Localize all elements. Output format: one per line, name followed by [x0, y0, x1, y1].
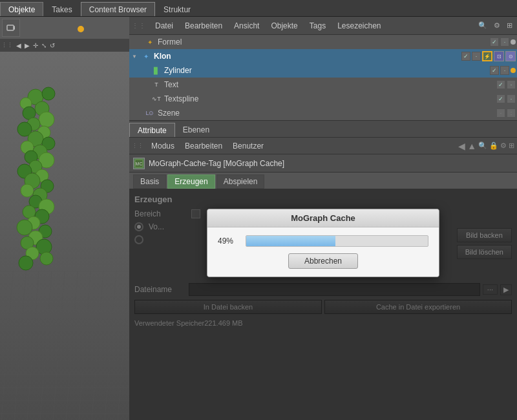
progress-bar-track	[246, 235, 428, 247]
attr-menu-modus[interactable]: Modus	[146, 139, 180, 153]
attr-settings-icon[interactable]: ⚙	[500, 142, 507, 150]
tab-takes[interactable]: Takes	[43, 2, 80, 16]
search-attr-icon[interactable]: 🔍	[478, 142, 487, 150]
progress-overlay: MoGraph Cache 49% Abbrechen	[129, 189, 517, 420]
expand-icon[interactable]: ⊞	[505, 21, 514, 30]
content-area: Erzeugen Bereich Vo...	[129, 189, 517, 420]
menu-datei[interactable]: Datei	[150, 19, 178, 33]
text-obj-icon: T	[151, 79, 162, 90]
formel-dot	[511, 39, 516, 45]
zyl-dot	[511, 68, 516, 73]
szene-check1[interactable]: ·	[496, 109, 505, 118]
tab-ebenen[interactable]: Ebenen	[175, 123, 217, 137]
object-row-szene[interactable]: L⊙ Szene · :	[129, 106, 517, 120]
right-panel: ⋮⋮ Datei Bearbeiten Ansicht Objekte Tags…	[129, 17, 517, 420]
viewport-toolbar: ⋮⋮ ◀ ▶ ✛ ⤡ ↺	[0, 39, 129, 52]
svg-text:MC: MC	[136, 162, 143, 166]
search-icon[interactable]: 🔍	[476, 21, 489, 30]
tag3-icon[interactable]: ⊙	[505, 51, 516, 61]
szene-label: Szene	[158, 109, 180, 118]
top-tab-bar: Objekte Takes Content Browser Struktur	[0, 0, 517, 17]
zylinder-icon: ▊	[151, 65, 162, 76]
formel-icon: ✦	[145, 37, 155, 47]
formel-check1[interactable]: ✓	[490, 37, 499, 47]
textspline-icon: ∿T	[151, 94, 162, 104]
arrow-right-icon[interactable]: ▲	[467, 141, 476, 151]
object-row-text[interactable]: T Text ✓ ·	[129, 78, 517, 92]
klon-check1[interactable]: ✓	[461, 52, 470, 61]
menu-tags[interactable]: Tags	[304, 19, 331, 33]
progress-title: MoGraph Cache	[207, 209, 439, 227]
object-row-zylinder[interactable]: ▊ Zylinder ✓ ·	[129, 63, 517, 78]
tab-content-browser[interactable]: Content Browser	[81, 2, 155, 16]
zyl-check2[interactable]: ·	[500, 66, 509, 75]
text-check1[interactable]: ✓	[496, 80, 505, 89]
sub-tab-basis[interactable]: Basis	[133, 174, 166, 189]
text-checkboxes: ✓ ·	[496, 80, 517, 89]
object-row-formel[interactable]: ✦ Formel ✓ ·	[129, 35, 517, 49]
textspline-label: Textspline	[164, 94, 198, 103]
progress-cancel-row: Abbrechen	[218, 253, 428, 269]
svg-point-46	[21, 184, 34, 197]
ts-check1[interactable]: ✓	[496, 94, 505, 103]
attr-title-text: MoGraph-Cache-Tag [MoGraph Cache]	[149, 159, 284, 168]
vp-move-icon[interactable]: ✛	[32, 42, 39, 49]
viewport: ⋮⋮ ◀ ▶ ✛ ⤡ ↺	[0, 17, 129, 420]
formel-check2[interactable]: ·	[500, 37, 509, 47]
vp-rotate-icon[interactable]: ↺	[48, 42, 56, 49]
object-menu-bar: ⋮⋮ Datei Bearbeiten Ansicht Objekte Tags…	[129, 17, 517, 35]
attr-menu-bar: ⋮⋮ Modus Bearbeiten Benutzer ◀ ▲ 🔍 🔒 ⚙ ⊞	[129, 138, 517, 154]
progress-dialog: MoGraph Cache 49% Abbrechen	[207, 209, 439, 277]
mograph-tag-icon: MC	[133, 158, 145, 169]
viewport-mode-icon[interactable]	[2, 19, 20, 37]
viewport-canvas	[0, 52, 129, 420]
menu-bar-right: 🔍 ⚙ ⊞	[476, 21, 514, 30]
cancel-button[interactable]: Abbrechen	[288, 253, 358, 269]
tab-attribute[interactable]: Attribute	[129, 123, 175, 137]
menu-lesezeichen[interactable]: Lesezeichen	[332, 19, 386, 33]
grip-icon: ⋮⋮	[1, 42, 13, 48]
mograph-cache-tag-icon[interactable]: ⚡	[482, 51, 492, 61]
sub-tab-bar: Basis Erzeugen Abspielen	[129, 173, 517, 189]
arrow-left-icon[interactable]: ◀	[458, 141, 465, 151]
sub-tab-erzeugen[interactable]: Erzeugen	[167, 174, 215, 189]
klon-icon: ✦	[141, 51, 151, 61]
attr-expand-icon[interactable]: ⊞	[509, 142, 514, 150]
szene-checkboxes: · :	[496, 109, 517, 118]
klon-check2[interactable]: ·	[472, 52, 481, 61]
sub-tab-abspielen[interactable]: Abspielen	[216, 174, 265, 189]
text-label: Text	[164, 80, 178, 89]
menu-objekte-sub[interactable]: Objekte	[266, 19, 302, 33]
vp-arrow-left[interactable]: ◀	[15, 42, 23, 49]
svg-rect-2	[0, 52, 129, 420]
svg-rect-0	[7, 25, 14, 30]
tab-struktur[interactable]: Struktur	[155, 2, 199, 16]
object-row-klon[interactable]: ▼ ✦ Klon ✓ · ⚡ ⊡ ⊙	[129, 49, 517, 63]
zylinder-label: Zylinder	[164, 66, 192, 75]
lock-icon[interactable]: 🔒	[489, 142, 498, 150]
vp-scale-icon[interactable]: ⤡	[40, 42, 48, 49]
attr-menu-benutzer[interactable]: Benutzer	[227, 139, 269, 153]
zyl-check1[interactable]: ✓	[490, 66, 499, 75]
svg-point-60	[19, 256, 33, 270]
tag2-icon[interactable]: ⊡	[494, 51, 504, 61]
szene-check2[interactable]: :	[507, 109, 516, 118]
menu-ansicht[interactable]: Ansicht	[229, 19, 264, 33]
settings-icon[interactable]: ⚙	[492, 21, 502, 30]
svg-point-31	[39, 112, 54, 127]
klon-tags: ⚡ ⊡ ⊙	[482, 51, 516, 61]
formel-checkboxes: ✓ ·	[490, 37, 517, 47]
ts-check2[interactable]: ·	[507, 94, 516, 103]
object-row-textspline[interactable]: ∿T Textspline ✓ ·	[129, 92, 517, 106]
vp-arrow-right[interactable]: ▶	[23, 42, 31, 49]
menu-bearbeiten[interactable]: Bearbeiten	[180, 19, 227, 33]
text-check2[interactable]: ·	[507, 80, 516, 89]
tab-objekte[interactable]: Objekte	[0, 2, 43, 16]
indicator-dot	[78, 26, 84, 32]
svg-marker-1	[14, 26, 15, 30]
cache-icon-svg: MC	[134, 159, 143, 168]
textspline-checkboxes: ✓ ·	[496, 94, 517, 103]
attr-menu-bearbeiten[interactable]: Bearbeiten	[180, 139, 227, 153]
klon-label: Klon	[154, 52, 171, 61]
main-layout: ⋮⋮ ◀ ▶ ✛ ⤡ ↺	[0, 17, 517, 420]
